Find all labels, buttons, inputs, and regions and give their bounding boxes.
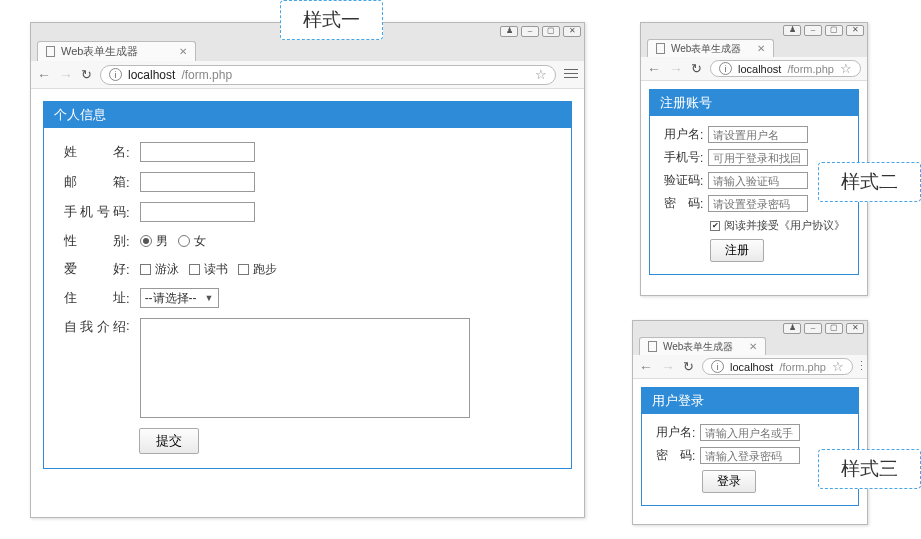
panel-title: 个人信息 bbox=[44, 102, 571, 128]
label-pwd: 密 码 bbox=[650, 447, 692, 464]
label-gender: 性 别 bbox=[64, 232, 126, 250]
register-button[interactable]: 注册 bbox=[710, 239, 764, 262]
panel-title: 用户登录 bbox=[642, 388, 858, 414]
callout-style-3: 样式三 bbox=[818, 449, 921, 489]
url-box[interactable]: i localhost/form.php ☆ bbox=[100, 65, 556, 85]
chk-swim[interactable]: 游泳 bbox=[140, 261, 179, 278]
tab-close-icon[interactable]: ✕ bbox=[757, 43, 765, 54]
document-icon bbox=[648, 341, 657, 352]
label-name: 姓 名 bbox=[64, 143, 126, 161]
chk-run[interactable]: 跑步 bbox=[238, 261, 277, 278]
user-icon[interactable]: ♟ bbox=[500, 26, 518, 37]
row-intro: 自我介绍: bbox=[64, 318, 561, 418]
user-icon[interactable]: ♟ bbox=[783, 25, 801, 36]
reload-icon[interactable]: ↻ bbox=[81, 67, 92, 82]
reload-icon[interactable]: ↻ bbox=[691, 61, 702, 76]
chk-read[interactable]: 读书 bbox=[189, 261, 228, 278]
browser-tab[interactable]: Web表单生成器 ✕ bbox=[647, 39, 774, 57]
site-info-icon[interactable]: i bbox=[711, 360, 724, 373]
label-email: 邮 箱 bbox=[64, 173, 126, 191]
user-icon[interactable]: ♟ bbox=[783, 323, 801, 334]
bookmark-star-icon[interactable]: ☆ bbox=[840, 61, 852, 76]
tab-title: Web表单生成器 bbox=[671, 42, 741, 56]
minimize-button[interactable]: – bbox=[804, 25, 822, 36]
label-code: 验证码 bbox=[658, 172, 700, 189]
url-domain: localhost bbox=[730, 361, 773, 373]
label-phone: 手机号码 bbox=[64, 203, 126, 221]
input-email[interactable] bbox=[140, 172, 255, 192]
url-box[interactable]: i localhost/form.php ☆ bbox=[702, 358, 853, 375]
tab-close-icon[interactable]: ✕ bbox=[179, 46, 187, 57]
maximize-button[interactable]: ▢ bbox=[825, 323, 843, 334]
maximize-button[interactable]: ▢ bbox=[542, 26, 560, 37]
radio-male[interactable]: 男 bbox=[140, 233, 168, 250]
page-content: 个人信息 姓 名: 邮 箱: 手机号码: 性 别: 男 女 bbox=[31, 89, 584, 517]
forward-icon[interactable]: → bbox=[669, 61, 683, 77]
row-name: 姓 名: bbox=[64, 142, 561, 162]
titlebar: ♟ – ▢ ✕ bbox=[633, 321, 867, 335]
input-user[interactable] bbox=[708, 126, 808, 143]
browser-window-2: ♟ – ▢ ✕ Web表单生成器 ✕ ← → ↻ i localhost/for… bbox=[640, 22, 868, 296]
url-path: /form.php bbox=[787, 63, 833, 75]
url-box[interactable]: i localhost/form.php ☆ bbox=[710, 60, 861, 77]
close-button[interactable]: ✕ bbox=[846, 323, 864, 334]
row-email: 邮 箱: bbox=[64, 172, 561, 192]
login-button[interactable]: 登录 bbox=[702, 470, 756, 493]
browser-tab[interactable]: Web表单生成器 ✕ bbox=[37, 41, 196, 61]
bookmark-star-icon[interactable]: ☆ bbox=[535, 67, 547, 82]
address-bar: ← → ↻ i localhost/form.php ☆ bbox=[633, 355, 867, 379]
input-pwd[interactable] bbox=[708, 195, 808, 212]
tabbar: Web表单生成器 ✕ bbox=[633, 335, 867, 355]
url-path: /form.php bbox=[779, 361, 825, 373]
document-icon bbox=[656, 43, 665, 54]
textarea-intro[interactable] bbox=[140, 318, 470, 418]
url-domain: localhost bbox=[128, 68, 175, 82]
form-panel: 个人信息 姓 名: 邮 箱: 手机号码: 性 别: 男 女 bbox=[43, 101, 572, 469]
maximize-button[interactable]: ▢ bbox=[825, 25, 843, 36]
label-intro: 自我介绍 bbox=[64, 318, 126, 336]
close-button[interactable]: ✕ bbox=[846, 25, 864, 36]
back-icon[interactable]: ← bbox=[639, 359, 653, 375]
site-info-icon[interactable]: i bbox=[719, 62, 732, 75]
submit-button[interactable]: 提交 bbox=[139, 428, 199, 454]
input-phone[interactable] bbox=[708, 149, 808, 166]
tab-title: Web表单生成器 bbox=[61, 44, 138, 59]
tabbar: Web表单生成器 ✕ bbox=[31, 39, 584, 61]
forward-icon[interactable]: → bbox=[59, 67, 73, 83]
callout-style-1: 样式一 bbox=[280, 0, 383, 40]
url-domain: localhost bbox=[738, 63, 781, 75]
bookmark-star-icon[interactable]: ☆ bbox=[832, 359, 844, 374]
input-pwd[interactable] bbox=[700, 447, 800, 464]
site-info-icon[interactable]: i bbox=[109, 68, 122, 81]
select-value: --请选择-- bbox=[145, 290, 197, 307]
row-phone: 手机号码: bbox=[64, 202, 561, 222]
tab-close-icon[interactable]: ✕ bbox=[749, 341, 757, 352]
checkbox-icon bbox=[238, 264, 249, 275]
callout-style-2: 样式二 bbox=[818, 162, 921, 202]
back-icon[interactable]: ← bbox=[37, 67, 51, 83]
back-icon[interactable]: ← bbox=[647, 61, 661, 77]
row-submit: 提交 bbox=[139, 428, 561, 454]
minimize-button[interactable]: – bbox=[804, 323, 822, 334]
tabbar: Web表单生成器 ✕ bbox=[641, 37, 867, 57]
menu-icon[interactable] bbox=[564, 73, 578, 76]
checkbox-icon bbox=[140, 264, 151, 275]
forward-icon[interactable]: → bbox=[661, 359, 675, 375]
close-button[interactable]: ✕ bbox=[563, 26, 581, 37]
tab-title: Web表单生成器 bbox=[663, 340, 733, 354]
select-address[interactable]: --请选择-- ▼ bbox=[140, 288, 219, 308]
agreement-row[interactable]: ✔阅读并接受《用户协议》 bbox=[710, 218, 850, 233]
input-code[interactable] bbox=[708, 172, 808, 189]
input-user[interactable] bbox=[700, 424, 800, 441]
minimize-button[interactable]: – bbox=[521, 26, 539, 37]
label-pwd: 密 码 bbox=[658, 195, 700, 212]
browser-window-1: ♟ – ▢ ✕ Web表单生成器 ✕ ← → ↻ i localhost/for… bbox=[30, 22, 585, 518]
browser-window-3: ♟ – ▢ ✕ Web表单生成器 ✕ ← → ↻ i localhost/for… bbox=[632, 320, 868, 525]
input-phone[interactable] bbox=[140, 202, 255, 222]
radio-icon bbox=[140, 235, 152, 247]
titlebar: ♟ – ▢ ✕ bbox=[641, 23, 867, 37]
browser-tab[interactable]: Web表单生成器 ✕ bbox=[639, 337, 766, 355]
input-name[interactable] bbox=[140, 142, 255, 162]
reload-icon[interactable]: ↻ bbox=[683, 359, 694, 374]
radio-female[interactable]: 女 bbox=[178, 233, 206, 250]
